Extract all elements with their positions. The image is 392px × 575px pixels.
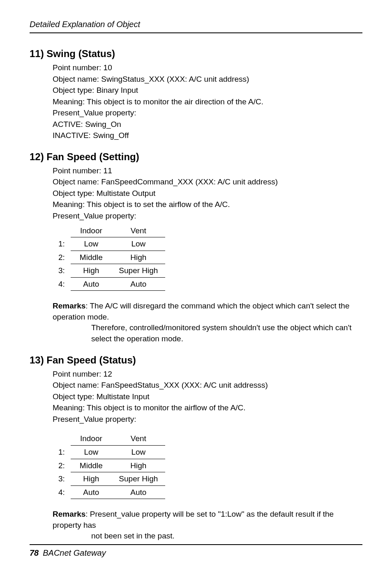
line: Present_Value property: [53,107,362,119]
cell-idx: 2: [53,459,71,472]
remarks-label: Remarks [53,510,85,518]
fan-speed-setting-table: Indoor Vent 1: Low Low 2: Middle High [53,224,165,291]
page-footer: 78BACnet Gateway [30,544,362,558]
line: Point number: 12 [53,368,362,380]
remarks-13: Remarks: Present_value property will be … [30,509,362,542]
line: Point number: 10 [53,62,362,74]
table-row: 4: Auto Auto [53,485,165,499]
cell-indoor: Low [71,445,112,459]
cell-indoor: High [71,472,112,486]
cell-indoor: Middle [71,459,112,472]
cell-idx: 1: [53,445,71,459]
table-row: 1: Low Low [53,445,165,459]
cell-indoor: Auto [71,277,112,291]
section-fan-speed-setting: 12) Fan Speed (Setting) Point number: 11… [30,151,362,345]
line: Meaning: This object is to monitor the a… [53,96,362,108]
page-number: 78 [30,548,39,557]
cell-indoor: Low [71,237,112,251]
line: Meaning: This object is to set the airfl… [53,199,362,210]
line: ACTIVE: Swing_On [53,119,362,130]
th-vent: Vent [112,224,165,237]
page-container: Detailed Explanation of Object 11) Swing… [0,0,392,575]
cell-indoor: Auto [71,485,112,499]
line: Meaning: This object is to monitor the a… [53,402,362,414]
cell-vent: Auto [112,277,165,291]
fan-speed-status-table: Indoor Vent 1: Low Low 2: Middle High [53,432,165,499]
section-body-12: Point number: 11 Object name: FanSpeedCo… [30,165,362,291]
section-swing-status: 11) Swing (Status) Point number: 10 Obje… [30,48,362,141]
remarks-12: Remarks: The A/C will disregard the comm… [30,301,362,344]
footer-rule [30,544,362,545]
table-row: 3: High Super High [53,472,165,486]
footer-line: 78BACnet Gateway [30,548,362,558]
section-title-12: 12) Fan Speed (Setting) [30,151,362,163]
th-indoor: Indoor [71,432,112,445]
section-body-11: Point number: 10 Object name: SwingStatu… [30,62,362,141]
cell-vent: Super High [112,472,165,486]
section-title-13: 13) Fan Speed (Status) [30,354,362,366]
th-blank [53,432,71,445]
cell-idx: 4: [53,485,71,499]
remarks-text: : The A/C will disregard the command whi… [53,301,350,321]
cell-vent: Low [112,237,165,251]
cell-vent: Auto [112,485,165,499]
header-rule [30,32,362,33]
table-row: 1: Low Low [53,237,165,251]
table-row: 2: Middle High [53,251,165,264]
cell-indoor: High [71,264,112,278]
line: Object type: Multistate Output [53,188,362,199]
cell-idx: 2: [53,251,71,264]
cell-vent: Low [112,445,165,459]
line: Point number: 11 [53,165,362,177]
cell-idx: 1: [53,237,71,251]
cell-idx: 4: [53,277,71,291]
section-title-11: 11) Swing (Status) [30,48,362,60]
section-body-13: Point number: 12 Object name: FanSpeedSt… [30,368,362,499]
th-vent: Vent [112,432,165,445]
cell-vent: High [112,251,165,264]
cell-idx: 3: [53,472,71,486]
cell-vent: Super High [112,264,165,278]
remarks-continuation: Therefore, controlled/monitored system s… [53,322,362,344]
line: Object type: Multistate Input [53,391,362,402]
th-blank [53,224,71,237]
line: Object name: SwingStatus_XXX (XXX: A/C u… [53,74,362,85]
th-indoor: Indoor [71,224,112,237]
section-fan-speed-status: 13) Fan Speed (Status) Point number: 12 … [30,354,362,542]
line: INACTIVE: Swing_Off [53,130,362,141]
table-row: 2: Middle High [53,459,165,472]
line: Object name: FanSpeedStatus_XXX (XXX: A/… [53,380,362,391]
footer-doc-title: BACnet Gateway [43,548,106,557]
table-row: 4: Auto Auto [53,277,165,291]
cell-vent: High [112,459,165,472]
table-row: 3: High Super High [53,264,165,278]
remarks-label: Remarks [53,301,85,310]
remarks-continuation: not been set in the past. [53,531,362,542]
table-header-row: Indoor Vent [53,432,165,445]
running-header: Detailed Explanation of Object [30,20,362,29]
cell-idx: 3: [53,264,71,278]
line: Object name: FanSpeedCommand_XXX (XXX: A… [53,176,362,188]
line: Object type: Binary Input [53,85,362,96]
table-header-row: Indoor Vent [53,224,165,237]
remarks-text: : Present_value property will be set to … [53,510,334,529]
line: Present_Value property: [53,210,362,222]
cell-indoor: Middle [71,251,112,264]
line: Present_Value property: [53,414,362,425]
